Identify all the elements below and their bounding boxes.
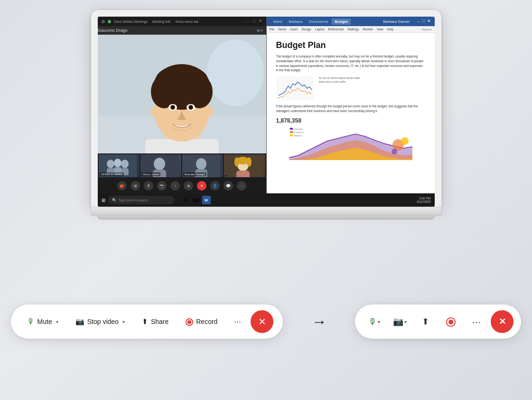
document-title: Budget Plan <box>276 40 425 50</box>
record-button[interactable]: Record <box>179 314 224 330</box>
taskbar-icon-2[interactable]: ⌨ <box>192 196 200 204</box>
ribbon-design: Design <box>302 28 311 31</box>
taskbar-date-value: 6/12/2020 <box>417 200 431 203</box>
more-icon: ··· <box>234 317 241 327</box>
webex-chat-btn[interactable]: 💬 <box>224 181 233 190</box>
webex-panel: Cisco Webex Meetings Meeting Info Show m… <box>98 17 266 193</box>
ribbon-help: Help <box>387 28 393 31</box>
ribbon-share: Share ▾ <box>422 28 432 31</box>
svg-rect-37 <box>236 171 250 177</box>
ribbon-references: References <box>328 28 344 31</box>
webex-share-btn[interactable]: ↑ <box>170 181 180 190</box>
word-titlebar: Word Barbara Documents Budget Barbara Ga… <box>267 17 435 26</box>
laptop-foot <box>97 216 434 219</box>
document-number: 1,878,358 <box>276 117 425 124</box>
large-chart: Production Provisional Standard <box>276 127 425 160</box>
svg-point-36 <box>247 157 252 167</box>
svg-point-18 <box>205 107 213 116</box>
word-tab-documents: Documents <box>306 19 331 25</box>
thumb-label-3: Brandon Saegle <box>183 172 206 176</box>
compact-share-icon: ⬆ <box>422 316 429 327</box>
taskbar-time: 5:00 PM 6/12/2020 <box>417 197 431 203</box>
thumb-label-1: SPIRIT-17-APR5 <box>100 172 124 176</box>
word-tabs: Word Barbara Documents Budget <box>271 19 381 25</box>
svg-point-30 <box>196 158 206 170</box>
mute-button[interactable]: 🎙 Mute ▾ <box>20 314 65 330</box>
webex-apps-btn[interactable]: ⊕ <box>184 181 193 190</box>
ribbon-insert: Insert <box>290 28 298 31</box>
laptop: Cisco Webex Meetings Meeting Info Show m… <box>91 10 442 219</box>
compact-mic-button[interactable]: 🎙 ▾ <box>363 310 385 333</box>
svg-text:Production: Production <box>294 128 303 130</box>
ribbon-review: Review <box>363 28 373 31</box>
svg-point-22 <box>114 159 121 167</box>
thumb-label-4 <box>225 175 228 176</box>
compact-video-chevron-icon[interactable]: ▾ <box>404 319 407 324</box>
svg-point-16 <box>189 106 192 109</box>
compact-end-button[interactable]: ✕ <box>491 310 513 333</box>
document-note: An out of control signal would make shar… <box>319 76 366 100</box>
word-ribbon: File Home Insert Design Layout Reference… <box>267 26 435 33</box>
compact-more-button[interactable]: ··· <box>465 310 488 333</box>
svg-point-44 <box>401 137 409 145</box>
laptop-screen: Cisco Webex Meetings Meeting Info Show m… <box>98 17 435 207</box>
taskbar-icon-1[interactable]: 🎙 <box>181 196 190 204</box>
webex-name-bar: Giacomo Drago ⊞ ≡ <box>98 26 266 35</box>
taskbar-search[interactable]: 🔍 Type here to search <box>108 196 175 204</box>
thumbnail-4 <box>224 154 265 177</box>
webex-more-btn[interactable]: ··· <box>237 181 246 190</box>
share-button[interactable]: ⬆ Share <box>135 314 175 330</box>
thumbnail-2: Simon Jones <box>140 154 181 177</box>
mute-chevron-icon[interactable]: ▾ <box>56 319 58 324</box>
participant-name: Giacomo Drago <box>98 28 128 33</box>
video-chevron-icon[interactable]: ▾ <box>122 319 125 324</box>
svg-point-24 <box>121 160 129 168</box>
ribbon-file: File <box>270 28 274 31</box>
thumb-label-2: Simon Jones <box>141 172 161 176</box>
webex-controls: 🍎 ⊞ 🎙 📷 ↑ ⊕ ✕ 👤 💬 ··· <box>98 178 266 193</box>
webex-video-btn[interactable]: 📷 <box>157 181 167 190</box>
word-panel: Word Barbara Documents Budget Barbara Ga… <box>266 17 435 193</box>
compact-video-button[interactable]: 📷 ▾ <box>388 310 411 333</box>
stop-video-button[interactable]: 📷 Stop video ▾ <box>69 314 131 330</box>
word-tab-barbara: Barbara <box>286 19 305 25</box>
svg-rect-46 <box>290 128 293 130</box>
svg-point-13 <box>171 106 174 109</box>
svg-text:Standard: Standard <box>294 134 301 137</box>
webex-participants-btn[interactable]: 👤 <box>210 181 220 190</box>
webex-layout-btn[interactable]: ⊞ <box>131 181 140 190</box>
stop-video-label: Stop video <box>87 318 119 325</box>
word-user-name: Barbara Garner <box>383 19 410 24</box>
windows-taskbar: ⊞ 🔍 Type here to search 🎙 ⌨ W 5:00 PM 6/… <box>98 193 435 207</box>
person-svg <box>98 35 266 153</box>
laptop-bezel: Cisco Webex Meetings Meeting Info Show m… <box>91 10 442 207</box>
svg-point-45 <box>392 149 397 154</box>
compact-share-button[interactable]: ⬆ <box>414 310 437 333</box>
webex-mic-btn[interactable]: 🍎 <box>117 181 127 190</box>
ribbon-mailings: Mailings <box>348 28 359 31</box>
ribbon-view: View <box>377 28 383 31</box>
taskbar-icon-3[interactable]: W <box>202 196 211 204</box>
svg-text:Provisional: Provisional <box>294 131 303 133</box>
windows-start[interactable]: ⊞ <box>102 198 105 203</box>
titlebar-dot-green <box>108 20 111 23</box>
svg-rect-47 <box>290 131 293 133</box>
end-call-button[interactable]: ✕ <box>251 310 273 333</box>
titlebar-dot <box>102 20 105 23</box>
thumbnail-1: SPIRIT-17-APR5 <box>99 154 140 177</box>
compact-mic-chevron-icon[interactable]: ▾ <box>378 319 380 324</box>
compact-record-button[interactable] <box>439 310 462 333</box>
record-icon <box>186 317 193 326</box>
word-document: Budget Plan The budget of a company is o… <box>267 33 435 193</box>
webex-show-menu: Show menu bar <box>176 20 199 23</box>
document-chart-area: An out of control signal would make shar… <box>276 76 425 100</box>
svg-rect-48 <box>290 134 293 136</box>
webex-end-btn[interactable]: ✕ <box>197 181 206 190</box>
more-button[interactable]: ··· <box>228 312 247 331</box>
webex-meeting-info: Meeting Info <box>152 20 171 23</box>
webex-app-name: Cisco Webex Meetings <box>114 20 148 23</box>
webex-audio-btn[interactable]: 🎙 <box>144 181 153 190</box>
document-body-2: If the actual figures delivered through … <box>276 104 425 114</box>
compact-mic-icon: 🎙 <box>368 317 377 327</box>
bottom-area: 🎙 Mute ▾ 📷 Stop video ▾ ⬆ Share Record <box>0 243 532 400</box>
